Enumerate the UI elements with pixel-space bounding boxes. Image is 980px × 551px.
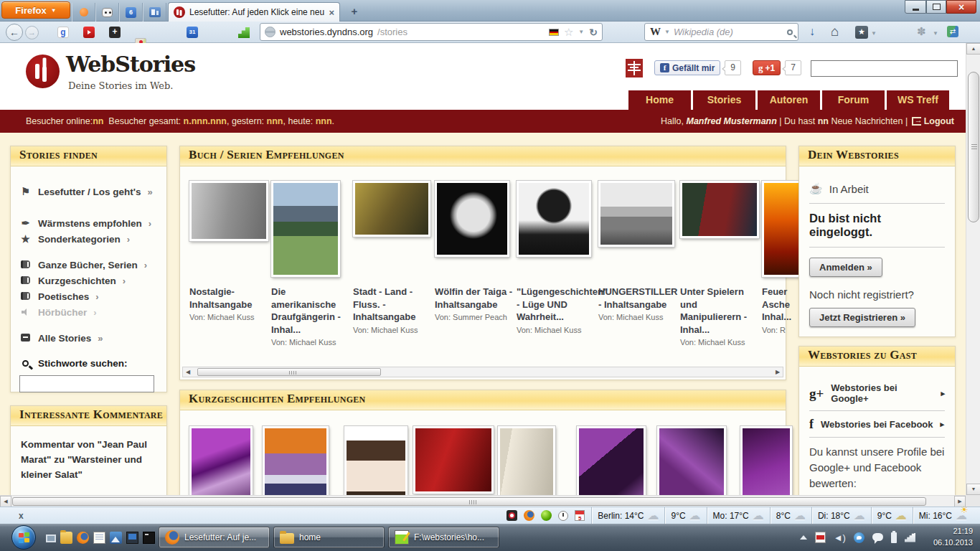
story-title[interactable]: Nostalgie-Inhaltsangabe	[189, 286, 270, 311]
tab-close-icon[interactable]: ×	[329, 8, 334, 17]
story-thumbnail[interactable]	[413, 426, 494, 494]
photo-viewer-icon[interactable]	[110, 532, 122, 544]
scroll-down-icon[interactable]: ▼	[966, 484, 980, 495]
search-bar[interactable]: W ▼ Wikipedia (de)	[644, 23, 798, 41]
back-button[interactable]: ←	[6, 24, 23, 41]
pinned-tab-3[interactable]: 6	[119, 3, 143, 22]
story-thumbnail[interactable]	[577, 426, 646, 495]
story-card[interactable]: Wölfin der Taiga - Inhaltsangabe Von: Su…	[435, 181, 515, 347]
youtube-bookmark-icon[interactable]	[83, 27, 95, 38]
logout-link[interactable]: Logout	[924, 116, 954, 126]
tab-autoren[interactable]: Autoren	[758, 90, 820, 110]
scrollbar-thumb[interactable]	[197, 368, 381, 376]
notepad-icon[interactable]	[93, 532, 105, 544]
keyword-search-input[interactable]	[19, 375, 154, 392]
sidebar-item-sonderkategorien[interactable]: ★ Sonderkategorien ›	[11, 231, 166, 247]
story-title[interactable]: Wölfin der Taiga - Inhaltsangabe	[435, 286, 515, 311]
ssh-tray-icon[interactable]	[815, 532, 826, 543]
story-card[interactable]: Unter Spielern und Manipulierern - Inhal…	[680, 181, 760, 347]
google-bookmark-icon[interactable]: g	[57, 27, 69, 38]
story-title[interactable]: "Lügengeschichten" - Lüge UND Wahrheit..…	[517, 286, 597, 324]
weather-item[interactable]: Di: 18°C ☁	[811, 507, 871, 524]
anmelden-button[interactable]: Anmelden »	[809, 258, 882, 277]
weather-item[interactable]: Mi: 16°C ☀☁	[913, 507, 973, 524]
story-thumbnail[interactable]	[657, 426, 726, 495]
home-icon[interactable]: ⌂	[831, 24, 839, 38]
register-button[interactable]: Jetzt Registrieren »	[809, 308, 915, 327]
scrollbar-thumb[interactable]	[968, 72, 979, 222]
status-orb-icon[interactable]	[541, 510, 552, 521]
taskbar-button-firefox[interactable]: Lesefutter: Auf je...	[159, 527, 270, 548]
bookmark-star-icon[interactable]: ☆	[564, 27, 573, 37]
downloads-icon[interactable]: ↓	[809, 26, 815, 37]
site-logo-text[interactable]: WebStories	[66, 52, 195, 77]
weather-item[interactable]: Mo: 17°C ☁	[707, 507, 770, 524]
weather-item[interactable]: 9°C ☁	[871, 507, 913, 524]
story-thumbnail[interactable]	[189, 426, 253, 495]
tab-home[interactable]: Home	[628, 90, 691, 110]
url-dropdown-icon[interactable]: ▼	[578, 29, 584, 35]
search-engine-dropdown-icon[interactable]: ▼	[664, 29, 670, 35]
start-button[interactable]	[11, 525, 36, 550]
show-desktop-icon[interactable]	[46, 534, 56, 542]
scroll-up-icon[interactable]: ▲	[966, 43, 980, 55]
paw-addon-icon[interactable]: ✽	[917, 26, 926, 37]
monitor-icon[interactable]	[126, 532, 138, 544]
german-flag-icon[interactable]	[549, 29, 559, 36]
story-thumbnail[interactable]	[517, 181, 591, 257]
url-bar[interactable]: webstories.dyndns.org /stories ☆ ▼ ↻	[260, 23, 603, 41]
scroll-left-icon[interactable]: ◀	[183, 369, 193, 375]
battery-icon[interactable]	[891, 532, 897, 543]
story-title[interactable]: Die amerikanische Draufgängerin - Inhal.…	[271, 286, 352, 336]
explorer-icon[interactable]	[60, 532, 72, 544]
story-thumbnail[interactable]	[263, 426, 329, 495]
weather-item[interactable]: Berlin: 14°C ☁	[591, 507, 664, 524]
story-title[interactable]: HUNGERSTILLER - Inhaltsangabe	[598, 286, 679, 311]
active-tab[interactable]: Lesefutter: Auf jeden Klick eine neue ..…	[168, 2, 340, 22]
scroll-right-icon[interactable]: ▶	[773, 369, 783, 375]
in-arbeit-link[interactable]: ☕ In Arbeit	[799, 182, 955, 195]
story-title[interactable]: Stadt - Land - Fluss. - Inhaltsangabe	[353, 286, 433, 324]
site-search-input[interactable]	[811, 60, 958, 77]
story-thumbnail[interactable]	[353, 181, 430, 237]
taskbar-button-notepadpp[interactable]: F:\webstories\ho...	[388, 527, 499, 548]
sidebar-item-alle-stories[interactable]: Alle Stories »	[11, 330, 166, 346]
story-thumbnail[interactable]	[598, 181, 674, 247]
google-plus-profile-link[interactable]: g+ Webstories bei Google+ ▸	[799, 382, 955, 404]
story-thumbnail[interactable]	[189, 181, 268, 241]
wikipedia-icon[interactable]: W	[650, 26, 661, 38]
chat-icon[interactable]	[872, 533, 883, 541]
tab-stories[interactable]: Stories	[693, 90, 755, 110]
facebook-profile-link[interactable]: f Webstories bei Facebook ▸	[799, 418, 955, 430]
story-thumbnail[interactable]	[435, 181, 509, 257]
taskbar-clock[interactable]: 21:19 06.10.2013	[933, 526, 973, 549]
calendar-addon-icon[interactable]: 5	[575, 510, 585, 521]
story-card[interactable]: Die amerikanische Draufgängerin - Inhal.…	[271, 181, 352, 347]
story-thumbnail[interactable]	[344, 426, 407, 495]
weather-item[interactable]: 8°C ☁	[770, 507, 811, 524]
google-plus-one-button[interactable]: g +1	[753, 60, 781, 75]
addon-bar-close[interactable]: x	[19, 511, 24, 521]
network-signal-icon[interactable]	[905, 533, 915, 542]
horizontal-scrollbar[interactable]: ◀ ▶	[0, 495, 966, 507]
story-card[interactable]: Stadt - Land - Fluss. - Inhaltsangabe Vo…	[353, 181, 433, 347]
story-thumbnail[interactable]	[271, 181, 340, 277]
translate-addon-icon[interactable]: ⇄	[947, 26, 958, 37]
firefox-addon-icon[interactable]	[524, 510, 534, 521]
sidebar-item-empfohlen[interactable]: ✒ Wärmstens empfohlen ›	[11, 215, 166, 231]
sidebar-item-kurzgeschich[interactable]: Kurzgeschichten ›	[11, 273, 166, 288]
bookmarks-dropdown-icon[interactable]: ▼	[871, 30, 877, 37]
story-thumbnail[interactable]	[680, 181, 759, 238]
firefox-menu-button[interactable]: Firefox ▼	[1, 1, 70, 19]
webstories-logo-icon[interactable]	[26, 55, 60, 88]
firefox-icon[interactable]	[77, 532, 89, 544]
sidebar-item-buecher[interactable]: Ganze Bücher, Serien ›	[11, 257, 166, 273]
minimize-button[interactable]	[905, 0, 926, 14]
record-addon-icon[interactable]	[507, 510, 517, 521]
clock-addon-icon[interactable]	[558, 511, 568, 521]
story-thumbnail[interactable]	[498, 426, 555, 495]
sidebar-item-lesefutter[interactable]: ⚑ Lesefutter / Los geht's »	[11, 184, 166, 199]
maximize-button[interactable]	[926, 0, 946, 14]
scrollbar-thumb[interactable]	[12, 497, 926, 506]
close-button[interactable]: ×	[946, 0, 976, 14]
